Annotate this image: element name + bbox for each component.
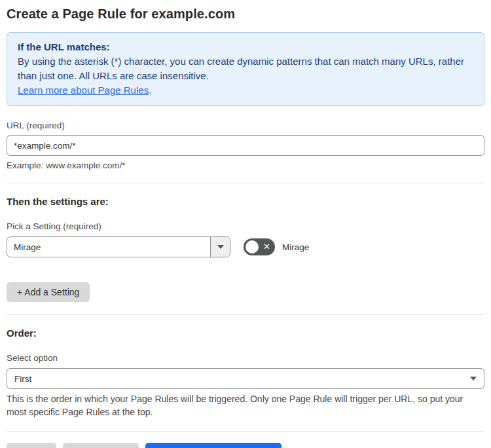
- url-match-info-box: If the URL matches: By using the asteris…: [7, 32, 484, 106]
- setting-dropdown[interactable]: Mirage: [7, 236, 230, 257]
- settings-heading: Then the settings are:: [7, 196, 484, 207]
- dropdown-arrow-button[interactable]: [210, 237, 230, 257]
- setting-row: Mirage ✕ Mirage: [7, 236, 484, 257]
- toggle-knob: [245, 240, 259, 253]
- add-setting-button[interactable]: + Add a Setting: [7, 282, 90, 302]
- cancel-button[interactable]: Cancel: [7, 443, 56, 448]
- learn-more-link[interactable]: Learn more about Page Rules: [18, 84, 149, 96]
- section-divider: [7, 431, 484, 432]
- footer-actions: Cancel Save as Draft Save and Deploy Pag…: [7, 443, 484, 448]
- mirage-toggle[interactable]: ✕: [244, 238, 275, 255]
- url-label: URL (required): [7, 121, 484, 130]
- url-input[interactable]: [7, 135, 484, 156]
- x-icon: ✕: [263, 242, 270, 251]
- section-divider: [7, 183, 484, 183]
- info-box-link-line: Learn more about Page Rules.: [18, 83, 473, 98]
- save-deploy-button[interactable]: Save and Deploy Page Rule: [145, 443, 282, 448]
- url-helper: Example: www.example.com/*: [7, 160, 484, 170]
- info-box-body: By using the asterisk (*) character, you…: [18, 54, 473, 83]
- link-period: .: [149, 84, 151, 96]
- chevron-down-icon: [470, 377, 477, 381]
- setting-dropdown-value: Mirage: [7, 237, 210, 257]
- save-draft-button[interactable]: Save as Draft: [63, 443, 139, 448]
- order-helper-text: This is the order in which your Page Rul…: [7, 392, 478, 419]
- setting-picker-label: Pick a Setting (required): [7, 221, 484, 231]
- order-select[interactable]: First: [7, 368, 484, 389]
- section-divider: [7, 314, 484, 315]
- toggle-setting-label: Mirage: [282, 242, 309, 252]
- page-title: Create a Page Rule for example.com: [7, 7, 484, 22]
- order-select-value: First: [14, 374, 31, 384]
- order-heading: Order:: [7, 327, 484, 339]
- chevron-down-icon: [217, 245, 224, 249]
- info-box-heading: If the URL matches:: [18, 40, 473, 54]
- order-select-label: Select option: [7, 353, 484, 363]
